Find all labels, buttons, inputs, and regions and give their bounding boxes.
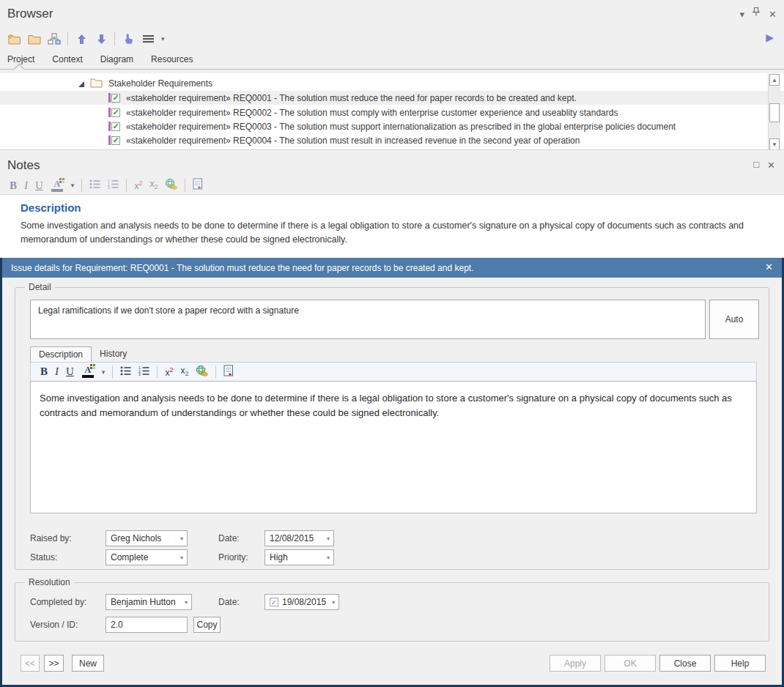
requirement-icon: ✓ <box>108 135 120 145</box>
scrollbar-thumb[interactable] <box>769 103 780 122</box>
browser-toolbar: ▾ <box>0 28 784 50</box>
ok-button[interactable]: OK <box>604 655 656 672</box>
superscript-icon[interactable]: x2 <box>134 180 142 190</box>
toolbar-separator <box>81 179 82 192</box>
bold-icon[interactable]: B <box>40 366 48 377</box>
resolution-date-combo[interactable]: ✓ 19/08/2015▾ <box>265 594 339 610</box>
notes-heading: Description <box>21 201 81 214</box>
notes-panel-title: Notes <box>7 158 40 173</box>
toolbar-separator <box>112 365 113 379</box>
hyperlink-icon[interactable] <box>196 365 208 379</box>
font-color-dropdown-icon[interactable]: ▾ <box>71 182 75 189</box>
font-color-dropdown-icon[interactable]: ▾ <box>102 368 106 376</box>
bold-icon[interactable]: B <box>10 180 17 191</box>
expand-collapse-icon[interactable] <box>78 81 84 87</box>
tree-row-package[interactable]: Stakeholder Requirements <box>0 76 784 90</box>
detail-group-label: Detail <box>25 282 55 292</box>
numbered-list-icon[interactable]: 123 <box>138 365 149 379</box>
superscript-icon[interactable]: x2 <box>165 367 173 377</box>
project-tree: Stakeholder Requirements ✓ «stakeholder … <box>0 73 784 149</box>
description-format-toolbar: B I U A ▾ 123 x2 <box>30 362 757 381</box>
completed-by-combo[interactable]: Benjamin Hutton▾ <box>106 594 192 610</box>
tab-divider-line <box>0 69 784 70</box>
tab-resources[interactable]: Resources <box>151 54 193 64</box>
tree-scrollbar[interactable]: ▲ ▼ <box>768 74 780 150</box>
requirement-label[interactable]: «stakeholder requirement» REQ0003 - The … <box>126 122 676 132</box>
hand-pointer-icon[interactable] <box>122 31 135 46</box>
dialog-titlebar[interactable]: Issue details for Requirement: REQ0001 -… <box>2 258 782 278</box>
maximize-icon[interactable]: □ <box>753 159 759 170</box>
scroll-up-icon[interactable]: ▲ <box>769 74 780 86</box>
copy-button[interactable]: Copy <box>193 617 221 633</box>
folder-icon[interactable] <box>28 31 41 46</box>
pin-icon[interactable] <box>752 7 761 19</box>
status-combo[interactable]: Complete▾ <box>106 549 188 565</box>
scroll-down-icon[interactable]: ▼ <box>769 138 780 150</box>
raised-by-combo[interactable]: Greg Nichols▾ <box>106 530 188 546</box>
move-down-icon[interactable] <box>95 31 108 46</box>
description-editor[interactable]: Some investigation and analysis needs to… <box>30 381 757 513</box>
date-checkbox[interactable]: ✓ <box>270 598 278 606</box>
svg-text:3: 3 <box>108 185 110 189</box>
underline-icon[interactable]: U <box>66 366 74 377</box>
bullet-list-icon[interactable] <box>89 179 100 192</box>
numbered-list-icon[interactable]: 123 <box>108 179 119 192</box>
tab-history[interactable]: History <box>92 346 135 362</box>
requirement-icon: ✓ <box>108 108 120 117</box>
diagram-layout-icon[interactable] <box>48 31 61 46</box>
tree-row-requirement[interactable]: ✓ «stakeholder requirement» REQ0001 - Th… <box>0 91 784 105</box>
priority-combo[interactable]: High▾ <box>265 549 334 565</box>
browser-panel: Browser ▾ ✕ <box>0 0 784 155</box>
notes-format-toolbar: B I U A ▾ 123 x2 x2 <box>0 177 784 194</box>
requirement-icon: ✓ <box>108 122 120 131</box>
version-id-input[interactable]: 2.0 <box>106 617 188 633</box>
package-label[interactable]: Stakeholder Requirements <box>108 78 212 89</box>
notes-content[interactable]: Description Some investigation and analy… <box>0 194 784 259</box>
expand-toolbar-icon[interactable]: ▶ <box>766 32 774 42</box>
auto-button[interactable]: Auto <box>709 300 759 339</box>
tab-context[interactable]: Context <box>52 54 82 64</box>
next-button[interactable]: >> <box>44 655 64 672</box>
subscript-icon[interactable]: x2 <box>149 179 158 190</box>
tree-row-requirement[interactable]: ✓ «stakeholder requirement» REQ0002 - Th… <box>0 105 784 119</box>
requirement-label[interactable]: «stakeholder requirement» REQ0004 - The … <box>126 135 580 146</box>
notes-close-icon[interactable]: ✕ <box>767 160 775 171</box>
resolution-group-label: Resolution <box>25 577 74 587</box>
move-up-icon[interactable] <box>75 31 88 46</box>
font-color-icon[interactable]: A <box>81 365 95 378</box>
issue-text-field[interactable]: Legal ramifications if we don't store a … <box>30 300 706 339</box>
tab-diagram[interactable]: Diagram <box>100 54 133 64</box>
new-folder-icon[interactable] <box>7 31 21 46</box>
document-icon[interactable] <box>223 365 234 379</box>
document-icon[interactable] <box>193 178 203 193</box>
notes-panel-header: Notes □ ✕ <box>0 156 784 177</box>
tab-description[interactable]: Description <box>30 346 92 362</box>
subscript-icon[interactable]: x2 <box>180 366 188 377</box>
hamburger-menu-icon[interactable] <box>141 31 155 46</box>
new-button[interactable]: New <box>72 655 104 672</box>
italic-icon[interactable]: I <box>24 180 28 191</box>
tab-project[interactable]: Project <box>7 54 34 64</box>
font-color-icon[interactable]: A <box>51 179 64 192</box>
tree-row-requirement[interactable]: ✓ «stakeholder requirement» REQ0003 - Th… <box>0 119 784 133</box>
panel-menu-dropdown-icon[interactable]: ▾ <box>739 9 744 20</box>
requirement-icon: ✓ <box>108 93 120 103</box>
first-button[interactable]: << <box>21 655 40 672</box>
browser-panel-title: Browser <box>7 7 53 21</box>
resolution-date-label: Date: <box>218 597 240 607</box>
hyperlink-icon[interactable] <box>165 178 177 193</box>
browser-panel-header: Browser ▾ ✕ <box>0 0 784 28</box>
requirement-label[interactable]: «stakeholder requirement» REQ0002 - The … <box>126 108 618 118</box>
hamburger-dropdown-icon[interactable]: ▾ <box>161 35 165 42</box>
browser-close-icon[interactable]: ✕ <box>769 9 777 20</box>
bullet-list-icon[interactable] <box>120 365 131 379</box>
close-button[interactable]: Close <box>659 655 711 672</box>
apply-button[interactable]: Apply <box>550 655 601 672</box>
italic-icon[interactable]: I <box>55 366 59 377</box>
dialog-close-icon[interactable]: ✕ <box>765 261 773 272</box>
help-button[interactable]: Help <box>714 655 766 672</box>
underline-icon[interactable]: U <box>35 180 43 191</box>
date-combo[interactable]: 12/08/2015▾ <box>265 530 334 546</box>
tree-row-requirement[interactable]: ✓ «stakeholder requirement» REQ0004 - Th… <box>0 133 784 147</box>
requirement-label[interactable]: «stakeholder requirement» REQ0001 - The … <box>126 93 577 103</box>
